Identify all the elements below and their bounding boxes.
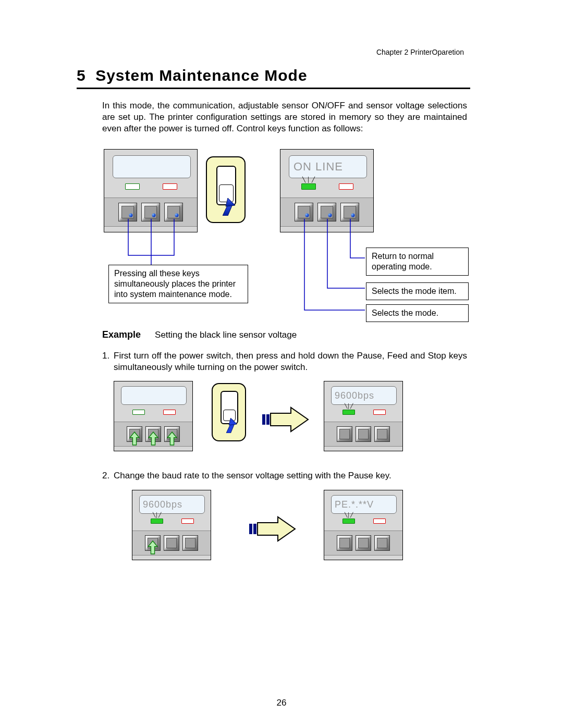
led-red: [373, 519, 386, 524]
stop-button[interactable]: [374, 426, 390, 442]
svg-marker-9: [271, 408, 308, 431]
dot-icon: [129, 214, 133, 217]
callout-right-2: Selects the mode item.: [366, 282, 469, 300]
cursor-arrow-icon: [226, 415, 244, 433]
page-number: 26: [0, 698, 563, 708]
up-arrow-icon: [130, 432, 139, 445]
led-red: [163, 183, 177, 190]
example-label: Example: [102, 329, 141, 340]
cursor-arrow-icon: [223, 195, 243, 216]
lcd-display: 9600bps: [139, 495, 205, 514]
feed-button[interactable]: [145, 426, 161, 442]
led-green: [301, 183, 316, 190]
button-bar: [324, 530, 402, 556]
svg-rect-8: [266, 414, 270, 425]
pause-button[interactable]: [127, 426, 142, 442]
dot-icon: [305, 214, 309, 217]
lcd-display: 9600bps: [331, 386, 397, 405]
svg-rect-7: [262, 414, 265, 425]
step-2-text: Change the baud rate to the sensor volta…: [114, 470, 467, 482]
step-2-number: 2.: [102, 470, 114, 482]
page: Chapter 2 PrinterOparetion 5 System Main…: [0, 0, 563, 728]
example-desc: Setting the black line sensor voltage: [155, 330, 297, 340]
button-bar: [132, 530, 211, 556]
pause-button[interactable]: [145, 535, 161, 551]
svg-marker-4: [167, 432, 177, 445]
svg-marker-3: [149, 432, 158, 445]
dot-icon: [328, 214, 332, 217]
chapter-header: Chapter 2 PrinterOparetion: [376, 48, 464, 56]
dot-icon: [175, 214, 179, 217]
svg-marker-6: [229, 418, 237, 425]
step-1-text: First turn off the power switch, then pr…: [114, 350, 467, 373]
up-arrow-icon: [149, 432, 158, 445]
stop-button[interactable]: [182, 535, 198, 551]
panel-step2-right: PE.*.**V ╲│╱: [324, 490, 403, 560]
led-green: [342, 519, 355, 524]
panel-step1-right: 9600bps ╲│╱: [324, 381, 403, 451]
led-red: [163, 410, 176, 415]
up-arrow-icon: [167, 432, 177, 445]
svg-marker-2: [130, 432, 139, 445]
stop-button[interactable]: [164, 426, 180, 442]
led-green: [151, 519, 163, 524]
button-bar: [324, 422, 402, 447]
lcd-display: ON LINE: [289, 155, 367, 178]
feed-button[interactable]: [164, 535, 179, 551]
dot-icon: [351, 214, 355, 217]
callout-right-3: Selects the mode.: [366, 304, 469, 322]
lcd-display: PE.*.**V: [331, 495, 397, 514]
pause-button[interactable]: [337, 426, 352, 442]
led-red: [373, 410, 386, 415]
feed-button[interactable]: [356, 535, 371, 551]
section-number: 5: [77, 67, 86, 84]
lcd-display: [121, 386, 187, 405]
step-2: 2. Change the baud rate to the sensor vo…: [102, 470, 467, 482]
button-bar: [114, 422, 192, 447]
svg-rect-11: [249, 524, 252, 534]
callout-left: Pressing all these keys simultaneously p…: [108, 265, 248, 303]
lcd-display: [113, 155, 191, 178]
dot-icon: [152, 214, 156, 217]
panel-step1-left: [114, 381, 193, 451]
svg-marker-1: [226, 198, 235, 206]
example-row: Example Setting the black line sensor vo…: [102, 329, 297, 340]
led-red: [181, 519, 194, 524]
led-green: [132, 410, 145, 415]
step-1-number: 1.: [102, 350, 114, 362]
svg-rect-12: [253, 524, 256, 534]
power-switch-card: [212, 383, 246, 441]
svg-marker-10: [148, 541, 157, 554]
right-arrow-icon: [262, 406, 309, 433]
right-arrow-icon: [249, 516, 296, 542]
panel-step2-left: 9600bps ╲│╱: [132, 490, 211, 560]
led-red: [339, 183, 353, 190]
feed-button[interactable]: [356, 426, 371, 442]
power-switch-card: [206, 156, 246, 223]
section-title: System Maintenance Mode: [95, 67, 307, 84]
intro-paragraph: In this mode, the communication, adjusta…: [102, 100, 467, 134]
led-green: [125, 183, 140, 190]
pause-button[interactable]: [337, 535, 352, 551]
section-heading-row: 5 System Maintenance Mode: [77, 67, 470, 89]
svg-marker-13: [258, 517, 295, 541]
callout-right-1: Return to normal operating mode.: [366, 248, 469, 276]
up-arrow-icon: [148, 541, 157, 554]
stop-button[interactable]: [374, 535, 390, 551]
step-1: 1. First turn off the power switch, then…: [102, 350, 467, 373]
led-green: [342, 410, 355, 415]
